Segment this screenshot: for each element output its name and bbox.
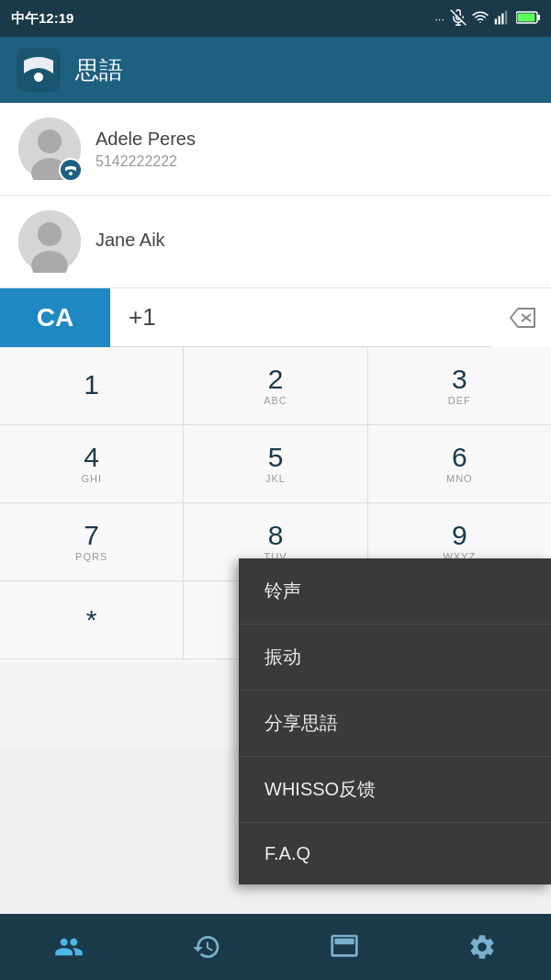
svg-rect-3	[495, 18, 497, 24]
key-3[interactable]: 3 DEF	[368, 347, 551, 424]
svg-point-13	[38, 130, 62, 153]
status-time: 中午12:19	[11, 10, 73, 28]
country-code: CA	[37, 303, 73, 332]
avatar-badge-1	[59, 158, 83, 182]
country-flag[interactable]: CA	[0, 288, 110, 347]
backspace-button[interactable]	[492, 288, 551, 347]
status-icons: ···	[434, 9, 540, 28]
avatar-1	[18, 118, 81, 180]
mute-icon	[450, 9, 467, 28]
status-bar: 中午12:19 ···	[0, 0, 551, 37]
contact-phone-1: 5142222222	[96, 153, 533, 170]
key-star[interactable]: *	[0, 581, 184, 659]
key-6[interactable]: 6 MNO	[368, 425, 551, 502]
menu-item-faq[interactable]: F.A.Q	[239, 823, 551, 884]
svg-rect-9	[518, 13, 535, 21]
menu-item-vibrate[interactable]: 振动	[239, 625, 551, 691]
signal-icon	[494, 9, 511, 28]
contact-info-2: Jane Aik	[96, 230, 533, 254]
app-title: 思語	[75, 54, 123, 86]
svg-rect-22	[334, 939, 354, 945]
menu-item-ringtone[interactable]: 铃声	[239, 558, 551, 625]
contact-card-2: Jane Aik	[0, 196, 551, 288]
contact-name-1: Adele Peres	[96, 129, 533, 150]
dial-row: CA +1	[0, 288, 551, 347]
svg-rect-6	[505, 10, 507, 24]
contact-name-2: Jane Aik	[96, 230, 533, 251]
dial-number: +1	[110, 303, 492, 332]
nav-history[interactable]	[177, 918, 236, 976]
nav-settings[interactable]	[453, 918, 512, 976]
keypad-row-1: 1 2 ABC 3 DEF	[0, 347, 551, 425]
signal-dots-icon: ···	[434, 12, 444, 26]
keypad-row-2: 4 GHI 5 JKL 6 MNO	[0, 425, 551, 503]
svg-point-17	[38, 222, 62, 246]
menu-item-share[interactable]: 分享思語	[239, 691, 551, 757]
wifi-icon	[472, 9, 489, 28]
key-5[interactable]: 5 JKL	[184, 425, 367, 502]
menu-item-feedback[interactable]: WHISSO反馈	[239, 757, 551, 823]
contact-card-1: Adele Peres 5142222222	[0, 103, 551, 196]
svg-rect-8	[538, 15, 541, 20]
key-2[interactable]: 2 ABC	[184, 347, 367, 424]
app-icon	[15, 46, 62, 94]
app-header: 思語	[0, 37, 551, 103]
contact-info-1: Adele Peres 5142222222	[96, 129, 533, 170]
svg-point-15	[69, 172, 73, 175]
bottom-nav	[0, 914, 551, 980]
key-4[interactable]: 4 GHI	[0, 425, 184, 502]
svg-rect-10	[17, 48, 61, 92]
dropdown-menu: 铃声 振动 分享思語 WHISSO反馈 F.A.Q	[239, 558, 551, 884]
nav-contacts[interactable]	[39, 918, 98, 976]
avatar-2	[18, 210, 81, 273]
key-1[interactable]: 1	[0, 347, 184, 424]
nav-dialpad[interactable]	[315, 918, 374, 976]
svg-rect-4	[499, 16, 500, 24]
key-7[interactable]: 7 PQRS	[0, 503, 184, 580]
battery-icon	[516, 11, 540, 27]
svg-rect-5	[501, 13, 503, 24]
